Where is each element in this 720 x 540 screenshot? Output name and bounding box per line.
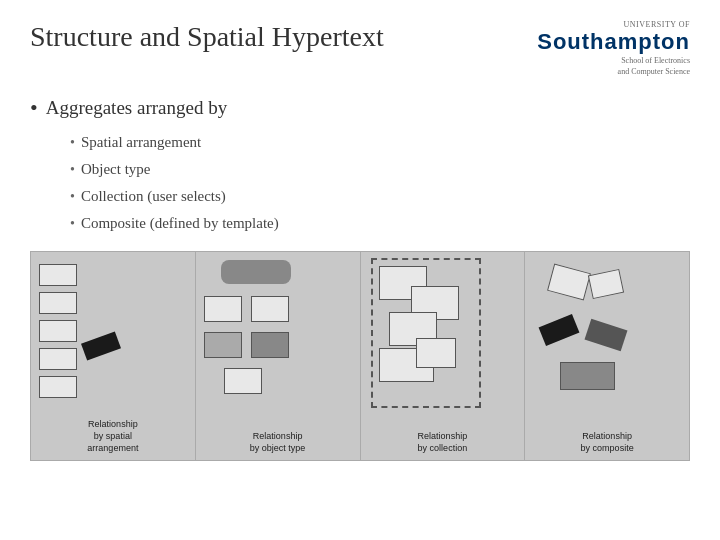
label-collection: Relationshipby collection [361, 431, 525, 454]
logo-name: Southampton [537, 29, 690, 55]
label-spatial: Relationshipby spatialarrangement [31, 419, 195, 454]
logo: UNIVERSITY OF Southampton School of Elec… [537, 20, 690, 77]
sub-bullet-2: Object type [70, 156, 690, 183]
section-composite: Relationshipby composite [525, 252, 689, 460]
sub-bullet-1: Spatial arrangement [70, 129, 690, 156]
slide-title: Structure and Spatial Hypertext [30, 20, 384, 54]
section-spatial: Relationshipby spatialarrangement [31, 252, 196, 460]
diagram: Relationshipby spatialarrangement Relati… [30, 251, 690, 461]
sub-bullet-3: Collection (user selects) [70, 183, 690, 210]
main-bullet: Aggregates arranged by [30, 95, 690, 121]
logo-school: School of Electronicsand Computer Scienc… [537, 55, 690, 77]
label-composite: Relationshipby composite [525, 431, 689, 454]
header: Structure and Spatial Hypertext UNIVERSI… [30, 20, 690, 77]
section-object-type: Relationshipby object type [196, 252, 361, 460]
sub-bullets-list: Spatial arrangement Object type Collecti… [70, 129, 690, 237]
slide: Structure and Spatial Hypertext UNIVERSI… [0, 0, 720, 540]
section-collection: Relationshipby collection [361, 252, 526, 460]
label-object-type: Relationshipby object type [196, 431, 360, 454]
sub-bullet-4: Composite (defined by template) [70, 210, 690, 237]
logo-university: UNIVERSITY OF [537, 20, 690, 29]
